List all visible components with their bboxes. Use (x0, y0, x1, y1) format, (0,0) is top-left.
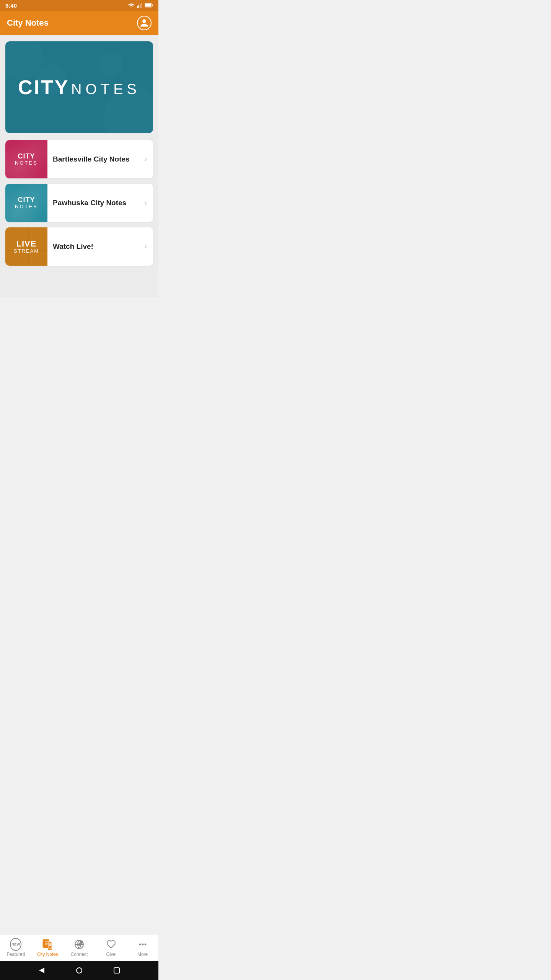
signal-icon (137, 3, 142, 8)
hero-banner[interactable]: CITY NOTES (5, 41, 153, 133)
wifi-icon (128, 3, 135, 8)
avatar-button[interactable] (137, 16, 152, 30)
watch-live-thumb: LIVE STREAM (5, 227, 47, 266)
hero-city: CITY (18, 76, 69, 98)
pawhuska-thumb: CITY NOTES (5, 184, 47, 222)
svg-rect-0 (137, 6, 138, 8)
thumb-stream-label: STREAM (14, 248, 39, 254)
thumb-city-label2: CITY (15, 196, 38, 204)
main-content: CITY NOTES CITY NOTES Bartlesville City … (0, 35, 158, 297)
watch-live-chevron: › (144, 242, 153, 252)
hero-text: CITY NOTES (18, 77, 140, 98)
pawhuska-label: Pawhuska City Notes (47, 199, 144, 207)
watch-live-item[interactable]: LIVE STREAM Watch Live! › (5, 227, 153, 266)
watch-live-label: Watch Live! (47, 242, 144, 251)
svg-rect-5 (152, 5, 153, 7)
svg-rect-6 (145, 4, 151, 7)
svg-rect-2 (140, 4, 140, 8)
pawhuska-chevron: › (144, 198, 153, 208)
thumb-city-label: CITY (15, 153, 38, 160)
thumb-live-label: LIVE (14, 239, 39, 248)
status-icons (128, 3, 153, 8)
svg-rect-3 (141, 3, 142, 8)
battery-icon (145, 3, 153, 8)
app-title: City Notes (7, 18, 49, 28)
user-icon (140, 18, 149, 28)
bartlesville-chevron: › (144, 154, 153, 164)
bartlesville-label: Bartlesville City Notes (47, 155, 144, 163)
pawhuska-item[interactable]: CITY NOTES Pawhuska City Notes › (5, 184, 153, 222)
bartlesville-item[interactable]: CITY NOTES Bartlesville City Notes › (5, 140, 153, 178)
thumb-notes-label: NOTES (15, 160, 38, 166)
status-bar: 9:40 (0, 0, 158, 11)
status-time: 9:40 (5, 2, 17, 9)
thumb-notes-label2: NOTES (15, 204, 38, 209)
hero-notes: NOTES (71, 81, 140, 97)
app-header: City Notes (0, 11, 158, 35)
svg-rect-1 (139, 5, 139, 8)
bartlesville-thumb: CITY NOTES (5, 140, 47, 178)
